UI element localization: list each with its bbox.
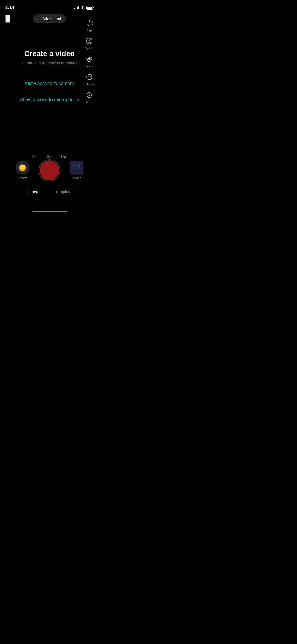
filters-tool[interactable]: Filters (85, 54, 94, 68)
bottom-tabs: Camera Templates (0, 190, 99, 196)
flip-label: Flip (87, 29, 92, 32)
svg-rect-9 (77, 164, 80, 168)
speed-icon: OFF (85, 36, 94, 45)
flip-tool[interactable]: Flip (85, 19, 94, 32)
record-button[interactable] (40, 160, 59, 180)
duration-15s[interactable]: 15s (60, 154, 67, 159)
svg-text:OFF: OFF (88, 42, 91, 43)
flip-icon (85, 19, 94, 27)
signal-icon (74, 6, 79, 9)
svg-rect-10 (73, 168, 76, 171)
duration-60s[interactable]: 60s (46, 154, 53, 159)
tab-camera[interactable]: Camera (26, 190, 40, 196)
home-indicator (32, 211, 67, 212)
allow-camera-button[interactable]: Allow access to camera (25, 81, 74, 86)
status-time: 3:14 (5, 5, 14, 10)
upload-label: Upload (72, 176, 82, 180)
effects-icon: 😊 (16, 161, 29, 175)
timer-tool[interactable]: 3 Timer (85, 90, 94, 104)
battery-icon (86, 6, 94, 10)
enhance-label: Enhance (84, 82, 95, 86)
effects-label: Effects (18, 176, 27, 180)
speed-tool[interactable]: OFF Speed (85, 36, 94, 50)
status-icons (74, 6, 94, 10)
add-sound-label: Add sound (42, 16, 61, 21)
music-note-icon: ♫ (38, 17, 41, 21)
svg-rect-11 (77, 168, 80, 171)
duration-selector: 3m 60s 15s (0, 154, 99, 159)
effects-button[interactable]: 😊 Effects (16, 161, 29, 180)
wifi-icon (81, 6, 85, 10)
add-sound-button[interactable]: ♫ Add sound (33, 14, 66, 23)
right-tools: Flip OFF Speed Filters (84, 19, 95, 104)
duration-3m[interactable]: 3m (32, 154, 38, 159)
bottom-controls: 😊 Effects Upload (0, 160, 99, 180)
enhance-tool[interactable]: Enhance (84, 72, 95, 86)
speed-label: Speed (85, 47, 93, 50)
create-title: Create a video (24, 49, 75, 58)
allow-microphone-button[interactable]: Allow access to microphone (20, 97, 79, 103)
svg-text:3: 3 (89, 95, 89, 97)
filters-label: Filters (85, 65, 93, 68)
close-button[interactable]: × (5, 15, 10, 23)
upload-icon (70, 161, 83, 175)
timer-label: Timer (86, 100, 93, 104)
upload-button[interactable]: Upload (70, 161, 83, 180)
create-subtitle: Grant camera access to record (22, 61, 77, 65)
status-bar: 3:14 (0, 0, 99, 12)
tab-templates[interactable]: Templates (55, 190, 73, 196)
filters-icon (85, 54, 94, 63)
svg-rect-8 (73, 164, 76, 168)
timer-icon: 3 (85, 90, 94, 99)
enhance-icon (85, 72, 94, 81)
